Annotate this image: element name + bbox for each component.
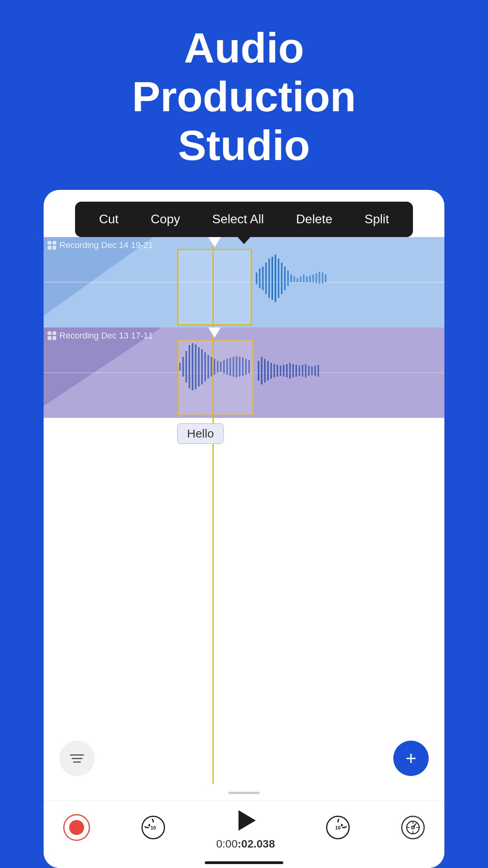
- svg-rect-70: [314, 366, 316, 376]
- skip-back-button[interactable]: 10: [141, 816, 165, 839]
- track-2-grid-icon: [48, 331, 56, 340]
- svg-rect-16: [297, 278, 298, 282]
- context-menu-split[interactable]: Split: [358, 212, 396, 226]
- playhead-line: [213, 237, 214, 784]
- svg-rect-6: [265, 263, 267, 294]
- add-button[interactable]: +: [393, 741, 429, 776]
- svg-rect-11: [281, 263, 283, 294]
- svg-rect-4: [259, 268, 261, 288]
- time-display: 0:00:02.038: [216, 838, 275, 850]
- svg-rect-56: [270, 363, 272, 379]
- svg-rect-59: [280, 366, 281, 376]
- svg-rect-8: [272, 257, 273, 300]
- svg-rect-13: [287, 270, 289, 286]
- svg-rect-57: [273, 364, 275, 377]
- scroll-indicator: [228, 792, 260, 794]
- transport-bar: 10 0:00:02.038 10: [44, 800, 444, 857]
- svg-rect-52: [258, 361, 259, 381]
- app-title: Audio Production Studio: [132, 24, 356, 170]
- svg-rect-14: [290, 274, 292, 282]
- filter-button[interactable]: [59, 741, 95, 776]
- skip-forward-button[interactable]: 10: [326, 816, 350, 839]
- home-indicator: [205, 861, 283, 864]
- svg-rect-64: [295, 365, 297, 377]
- track-1-playhead-triangle: [208, 237, 221, 247]
- filter-icon: [70, 754, 84, 763]
- svg-rect-21: [312, 274, 314, 282]
- svg-rect-62: [289, 363, 291, 379]
- tracks-area: Recording Dec 14 19-21: [44, 237, 444, 784]
- svg-rect-25: [325, 274, 327, 282]
- svg-rect-67: [305, 364, 306, 377]
- text-annotation[interactable]: Hello: [177, 423, 224, 444]
- main-card: Cut Copy Select All Delete Split: [44, 190, 444, 868]
- svg-rect-58: [277, 365, 278, 377]
- metronome-icon: [406, 820, 420, 835]
- svg-rect-12: [284, 267, 286, 290]
- svg-rect-20: [309, 276, 311, 283]
- svg-rect-71: [317, 365, 319, 377]
- track-2-playhead-triangle: [208, 327, 221, 338]
- skip-back-icon: 10: [145, 819, 162, 836]
- filter-line-1: [70, 754, 84, 756]
- svg-rect-63: [292, 364, 294, 377]
- annotation-area: Hello: [44, 418, 444, 449]
- svg-rect-5: [262, 267, 264, 290]
- svg-rect-68: [308, 366, 310, 376]
- svg-rect-61: [286, 364, 288, 377]
- transport-center: 0:00:02.038: [216, 805, 275, 850]
- svg-marker-74: [341, 824, 343, 827]
- context-menu: Cut Copy Select All Delete Split: [75, 202, 413, 237]
- svg-rect-9: [275, 255, 276, 302]
- filter-line-2: [72, 758, 83, 759]
- track-1-header: Recording Dec 14 19-21: [48, 240, 153, 250]
- track-1-label: Recording Dec 14 19-21: [59, 240, 153, 250]
- empty-track-area: [44, 449, 444, 741]
- record-button[interactable]: [63, 814, 90, 841]
- svg-marker-72: [148, 824, 150, 827]
- svg-rect-69: [311, 366, 313, 375]
- track-1-selection: [177, 249, 252, 326]
- play-button[interactable]: [230, 805, 261, 836]
- add-icon: +: [405, 749, 416, 768]
- context-menu-delete[interactable]: Delete: [289, 212, 339, 226]
- svg-rect-55: [267, 361, 269, 381]
- track-2-label: Recording Dec 13 17-11: [59, 331, 153, 341]
- track-1[interactable]: Recording Dec 14 19-21: [44, 237, 444, 327]
- time-text: 0:00: [216, 838, 238, 850]
- svg-rect-19: [306, 276, 308, 282]
- context-menu-select-all[interactable]: Select All: [205, 212, 271, 226]
- play-icon: [238, 810, 256, 831]
- svg-rect-66: [302, 365, 303, 377]
- svg-rect-24: [322, 272, 323, 283]
- svg-rect-53: [261, 357, 262, 384]
- svg-rect-3: [256, 272, 257, 284]
- svg-rect-15: [294, 276, 295, 282]
- record-dot: [69, 820, 84, 835]
- filter-line-3: [73, 761, 81, 763]
- skip-forward-circle: 10: [326, 816, 350, 839]
- svg-rect-10: [278, 259, 279, 298]
- metronome-button[interactable]: [401, 816, 425, 839]
- svg-rect-54: [264, 359, 266, 383]
- svg-rect-18: [303, 274, 305, 282]
- svg-rect-17: [300, 276, 301, 282]
- svg-rect-65: [299, 366, 300, 376]
- context-menu-copy[interactable]: Copy: [144, 212, 187, 226]
- track-1-grid-icon: [48, 241, 56, 250]
- svg-rect-23: [319, 272, 320, 283]
- context-menu-cut[interactable]: Cut: [92, 212, 126, 226]
- track-2-header: Recording Dec 13 17-11: [48, 331, 153, 341]
- track-2-selection: [177, 339, 254, 416]
- time-bold: :02.038: [238, 838, 275, 850]
- skip-forward-icon: 10: [329, 819, 347, 836]
- svg-rect-7: [268, 259, 270, 298]
- toolbar-row: +: [44, 741, 444, 784]
- bottom-area: 10 0:00:02.038 10: [44, 784, 444, 868]
- track-2[interactable]: Recording Dec 13 17-11: [44, 327, 444, 418]
- svg-text:10: 10: [336, 825, 341, 831]
- svg-text:10: 10: [150, 825, 156, 831]
- skip-back-circle: 10: [141, 816, 165, 839]
- svg-rect-60: [283, 365, 284, 377]
- svg-rect-22: [316, 273, 317, 283]
